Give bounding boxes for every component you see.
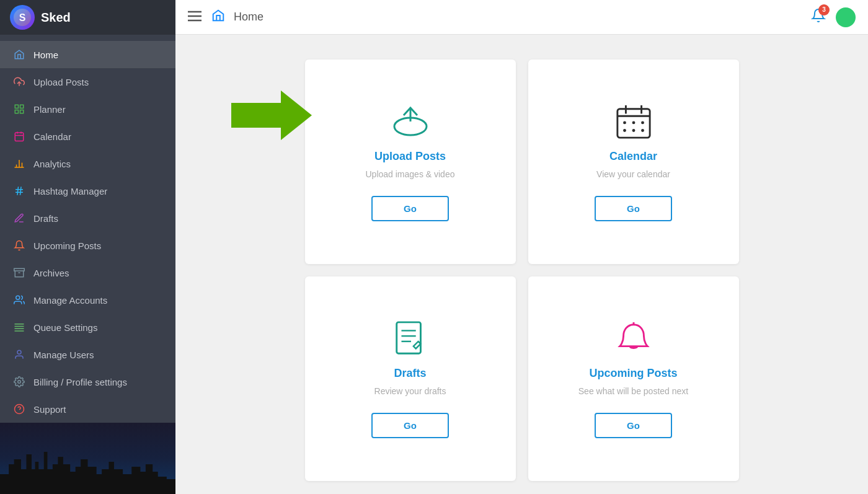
sidebar-item-manage-accounts[interactable]: Manage Accounts bbox=[0, 286, 175, 314]
sidebar-label-planner: Planner bbox=[33, 104, 66, 115]
sidebar-item-analytics[interactable]: Analytics bbox=[0, 150, 175, 177]
city-image-bg bbox=[0, 423, 175, 494]
sidebar-label-upload-posts: Upload Posts bbox=[33, 77, 89, 87]
card-calendar-desc: View your calendar bbox=[596, 168, 670, 181]
header-title: Home bbox=[234, 11, 264, 24]
manage-users-icon bbox=[12, 348, 26, 361]
upcoming-posts-icon bbox=[12, 239, 26, 252]
notification-button[interactable]: 3 bbox=[811, 8, 826, 27]
city-silhouette bbox=[0, 444, 175, 494]
card-calendar: Calendar View your calendar Go bbox=[528, 60, 739, 264]
card-upload-posts: Upload Posts Upload images & video Go bbox=[305, 60, 516, 264]
content-area: Upload Posts Upload images & video Go bbox=[175, 35, 868, 494]
sidebar-item-upload-posts[interactable]: Upload Posts bbox=[0, 68, 175, 95]
card-upcoming-posts-desc: See what will be posted next bbox=[578, 385, 688, 398]
svg-rect-41 bbox=[396, 322, 420, 353]
sidebar-item-upcoming-posts[interactable]: Upcoming Posts bbox=[0, 232, 175, 259]
sidebar-bottom-image bbox=[0, 423, 175, 494]
hashtag-icon bbox=[12, 184, 26, 198]
card-calendar-title: Calendar bbox=[609, 150, 657, 163]
svg-point-20 bbox=[16, 296, 20, 299]
svg-point-37 bbox=[641, 121, 644, 124]
billing-icon bbox=[12, 375, 26, 389]
app-name: Sked bbox=[41, 11, 71, 25]
svg-rect-5 bbox=[15, 110, 18, 113]
support-icon bbox=[12, 402, 26, 416]
sidebar-label-home: Home bbox=[33, 50, 58, 60]
svg-rect-7 bbox=[15, 133, 24, 141]
sidebar-item-billing[interactable]: Billing / Profile settings bbox=[0, 368, 175, 395]
sidebar-header: S Sked bbox=[0, 0, 175, 35]
user-avatar[interactable] bbox=[836, 7, 856, 27]
card-upload-posts-desc: Upload images & video bbox=[366, 168, 455, 181]
archives-icon bbox=[12, 266, 26, 280]
sidebar-label-archives: Archives bbox=[33, 268, 69, 278]
card-drafts-desc: Review your drafts bbox=[374, 385, 446, 398]
planner-icon bbox=[12, 102, 26, 116]
sidebar-label-queue-settings: Queue Settings bbox=[33, 322, 97, 333]
card-drafts: Drafts Review your drafts Go bbox=[305, 276, 516, 481]
sidebar-item-drafts[interactable]: Drafts bbox=[0, 205, 175, 232]
svg-line-17 bbox=[17, 187, 19, 195]
sidebar-item-queue-settings[interactable]: Queue Settings bbox=[0, 314, 175, 341]
sidebar-item-support[interactable]: Support bbox=[0, 395, 175, 423]
svg-point-22 bbox=[18, 381, 21, 384]
sidebar-label-upcoming-posts: Upcoming Posts bbox=[33, 240, 101, 251]
upcoming-posts-card-icon bbox=[615, 320, 652, 357]
drafts-icon-nav bbox=[12, 211, 26, 225]
svg-text:S: S bbox=[19, 12, 26, 23]
sidebar-label-drafts: Drafts bbox=[33, 213, 58, 224]
sidebar-item-calendar[interactable]: Calendar bbox=[0, 123, 175, 150]
svg-point-39 bbox=[632, 129, 635, 132]
analytics-icon bbox=[12, 157, 26, 170]
upload-posts-card-icon bbox=[389, 103, 432, 140]
card-drafts-title: Drafts bbox=[394, 367, 426, 380]
sidebar-item-archives[interactable]: Archives bbox=[0, 259, 175, 286]
svg-point-38 bbox=[623, 129, 626, 132]
sidebar-item-manage-users[interactable]: Manage Users bbox=[0, 341, 175, 368]
header: Home 3 bbox=[175, 0, 868, 35]
notification-badge: 3 bbox=[818, 4, 830, 15]
card-upcoming-posts: Upcoming Posts See what will be posted n… bbox=[528, 276, 739, 481]
svg-point-35 bbox=[623, 121, 626, 124]
drafts-card-icon bbox=[392, 320, 429, 357]
green-arrow-svg bbox=[231, 90, 312, 140]
sidebar-label-manage-accounts: Manage Accounts bbox=[33, 295, 107, 306]
main-area: Home 3 bbox=[175, 0, 868, 494]
svg-point-21 bbox=[17, 350, 21, 354]
calendar-go-button[interactable]: Go bbox=[595, 196, 672, 221]
sidebar-item-home[interactable]: Home bbox=[0, 41, 175, 68]
cards-grid: Upload Posts Upload images & video Go bbox=[305, 60, 739, 481]
sidebar-label-hashtag-manager: Hashtag Manager bbox=[33, 186, 107, 196]
card-upcoming-posts-title: Upcoming Posts bbox=[589, 367, 677, 380]
sidebar-nav: Home Upload Posts Planner bbox=[0, 35, 175, 423]
svg-point-36 bbox=[632, 121, 635, 124]
calendar-card-icon bbox=[615, 103, 652, 140]
sidebar-label-calendar: Calendar bbox=[33, 131, 71, 142]
header-home-icon bbox=[211, 9, 225, 26]
hamburger-button[interactable] bbox=[188, 9, 202, 25]
home-icon bbox=[12, 48, 26, 61]
svg-rect-6 bbox=[20, 110, 24, 113]
svg-marker-28 bbox=[231, 90, 312, 140]
svg-line-18 bbox=[20, 187, 22, 195]
header-right: 3 bbox=[811, 7, 856, 27]
sidebar-label-manage-users: Manage Users bbox=[33, 350, 94, 360]
sidebar: S Sked Home Upload Posts bbox=[0, 0, 175, 494]
queue-settings-icon bbox=[12, 320, 26, 334]
sidebar-label-support: Support bbox=[33, 404, 66, 415]
upload-posts-go-button[interactable]: Go bbox=[371, 196, 449, 221]
drafts-go-button[interactable]: Go bbox=[371, 413, 449, 438]
sidebar-label-billing: Billing / Profile settings bbox=[33, 377, 127, 387]
upcoming-posts-go-button[interactable]: Go bbox=[595, 413, 672, 438]
card-upload-posts-title: Upload Posts bbox=[374, 150, 446, 163]
svg-point-40 bbox=[641, 129, 644, 132]
sidebar-label-analytics: Analytics bbox=[33, 159, 71, 169]
sidebar-logo: S bbox=[10, 5, 35, 30]
upload-posts-icon bbox=[12, 75, 26, 89]
svg-rect-4 bbox=[20, 105, 24, 108]
svg-rect-3 bbox=[15, 105, 18, 108]
calendar-icon-nav bbox=[12, 130, 26, 143]
sidebar-item-planner[interactable]: Planner bbox=[0, 95, 175, 123]
sidebar-item-hashtag-manager[interactable]: Hashtag Manager bbox=[0, 177, 175, 205]
